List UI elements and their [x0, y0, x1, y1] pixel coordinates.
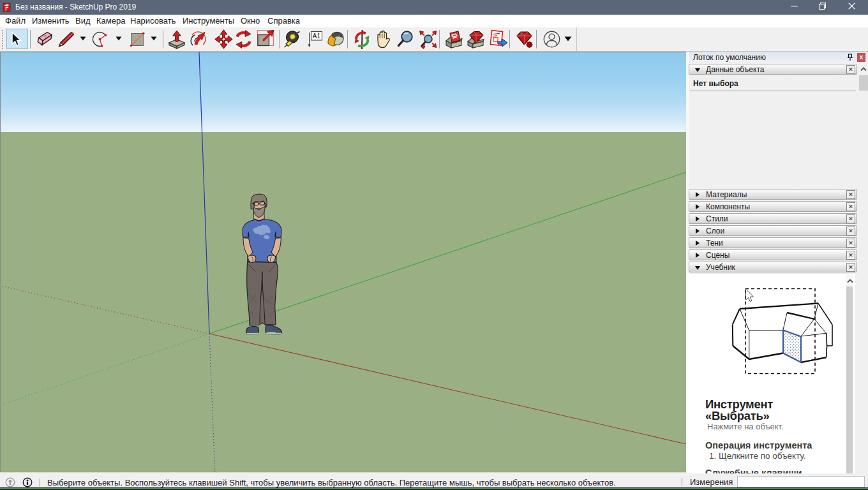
svg-text:A1: A1 [313, 33, 321, 40]
